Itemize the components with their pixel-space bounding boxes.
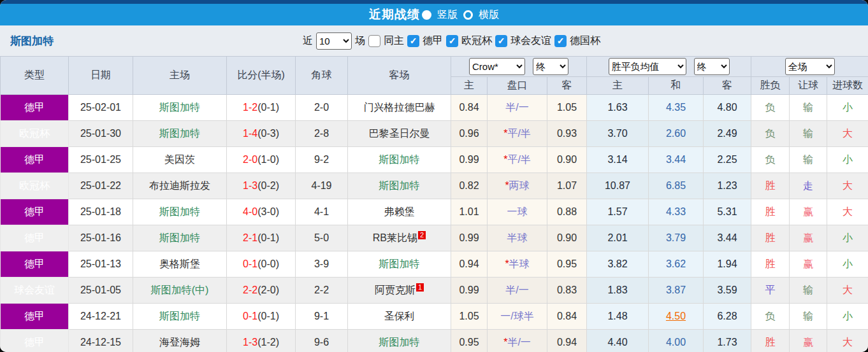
cell-result: 胜 bbox=[751, 199, 790, 225]
cell-odds-home: 0.96 bbox=[451, 121, 488, 147]
cell-home-team: 海登海姆 bbox=[133, 330, 227, 352]
cell-away-team: 弗赖堡 bbox=[348, 199, 451, 225]
scope-select[interactable]: 全场 bbox=[785, 58, 835, 75]
cell-handicap-result: 走 bbox=[790, 173, 827, 199]
col-result: 胜负 bbox=[751, 77, 790, 95]
odds-time-select-2[interactable]: 终 bbox=[694, 58, 730, 75]
cell-handicap: 一/球半 bbox=[488, 304, 547, 330]
recent-results-widget: 近期战绩 竖版 横版 斯图加特 近 10 场 同主 ✓ 德甲 ✓ 欧冠杯 ✓ 球… bbox=[0, 0, 868, 352]
league-youyi-label: 球会友谊 bbox=[510, 34, 551, 48]
league-badge: 德甲 bbox=[1, 251, 69, 278]
cell-avg-draw: 3.62 bbox=[649, 251, 704, 278]
cell-corner: 2-8 bbox=[296, 121, 348, 147]
matches-label: 场 bbox=[355, 34, 365, 48]
radio-vertical-label[interactable]: 竖版 bbox=[437, 8, 458, 22]
radio-vertical-layout[interactable] bbox=[422, 10, 431, 20]
cell-goals: 小 bbox=[827, 225, 868, 251]
filters: 近 10 场 同主 ✓ 德甲 ✓ 欧冠杯 ✓ 球会友谊 ✓ 德国杯 bbox=[303, 32, 600, 50]
results-table: 类型 日期 主场 比分(半场) 角球 客场 Crow* 终 胜平负均值 终 全场 bbox=[0, 56, 868, 352]
league-dejia-label: 德甲 bbox=[423, 34, 443, 48]
cell-score: 1-3(0-2) bbox=[227, 173, 296, 199]
cell-date: 25-01-16 bbox=[69, 225, 133, 251]
league-youyi-checkbox[interactable]: ✓ bbox=[495, 35, 507, 47]
cell-result: 胜 bbox=[751, 173, 790, 199]
league-badge: 德甲 bbox=[1, 330, 69, 352]
col-avg-away: 客 bbox=[704, 77, 751, 95]
cell-corner: 2-0 bbox=[296, 95, 348, 121]
table-row: 球会友谊 25-01-05 斯图加特(中) 2-2(2-0) 2-2 阿贾克斯1… bbox=[1, 278, 868, 304]
cell-handicap: *平/半 bbox=[488, 147, 547, 173]
cell-home-team: 布拉迪斯拉发 bbox=[133, 173, 227, 199]
top-bar: 近期战绩 竖版 横版 bbox=[0, 4, 868, 25]
cell-handicap-result: 输 bbox=[790, 121, 827, 147]
cell-goals: 小 bbox=[827, 251, 868, 278]
same-home-checkbox[interactable] bbox=[368, 35, 380, 47]
odds-source-select[interactable]: Crow* bbox=[469, 58, 525, 75]
league-badge: 德甲 bbox=[1, 304, 69, 330]
radio-horizontal-layout[interactable] bbox=[463, 10, 473, 20]
league-dejia-checkbox[interactable]: ✓ bbox=[407, 35, 419, 47]
cell-avg-away: 3.44 bbox=[704, 225, 751, 251]
cell-avg-away: 2.49 bbox=[704, 121, 751, 147]
rank-badge: 1 bbox=[416, 283, 424, 292]
avg-select-group: 胜平负均值 终 bbox=[587, 57, 751, 77]
cell-away-team: 圣保利 bbox=[348, 304, 451, 330]
col-handicap-result: 让球 bbox=[790, 77, 827, 95]
cell-result: 胜 bbox=[751, 251, 790, 278]
cell-odds-home: 0.99 bbox=[451, 225, 488, 251]
cell-avg-draw: 4.00 bbox=[649, 330, 704, 352]
cell-goals: 大 bbox=[827, 173, 868, 199]
match-count-select[interactable]: 10 bbox=[316, 32, 352, 50]
near-label: 近 bbox=[303, 34, 313, 48]
league-badge: 德甲 bbox=[1, 199, 69, 225]
col-corner: 角球 bbox=[296, 57, 348, 95]
cell-goals: 大 bbox=[827, 121, 868, 147]
league-deguobei-checkbox[interactable]: ✓ bbox=[554, 35, 567, 47]
cell-away-team: RB莱比锡2 bbox=[348, 225, 451, 251]
col-score: 比分(半场) bbox=[227, 57, 296, 95]
cell-away-team: 阿贾克斯1 bbox=[348, 278, 451, 304]
cell-odds-away: 0.93 bbox=[547, 121, 587, 147]
col-away: 客场 bbox=[348, 57, 451, 95]
cell-odds-away: 0.90 bbox=[547, 225, 587, 251]
cell-corner: 5-0 bbox=[296, 225, 348, 251]
same-home-label: 同主 bbox=[384, 34, 404, 48]
cell-date: 24-12-21 bbox=[69, 304, 133, 330]
cell-home-team: 斯图加特 bbox=[133, 95, 227, 121]
league-badge: 德甲 bbox=[1, 225, 69, 251]
cell-handicap: *半/一 bbox=[488, 330, 547, 352]
odds-time-select-1[interactable]: 终 bbox=[533, 58, 568, 75]
cell-result: 胜 bbox=[751, 225, 790, 251]
col-goals: 进球数 bbox=[827, 77, 868, 95]
league-ouguan-checkbox[interactable]: ✓ bbox=[446, 35, 458, 47]
cell-away-team: 斯图加特 bbox=[348, 330, 451, 352]
table-row: 德甲 25-01-16 斯图加特 2-1(0-1) 5-0 RB莱比锡2 0.9… bbox=[1, 225, 868, 251]
cell-avg-draw: 2.60 bbox=[649, 121, 704, 147]
cell-avg-away: 1.73 bbox=[704, 330, 751, 352]
cell-avg-home: 1.83 bbox=[587, 278, 649, 304]
cell-goals: 小 bbox=[827, 147, 868, 173]
team-name: 斯图加特 bbox=[10, 34, 54, 48]
cell-away-team: 斯图加特 bbox=[348, 147, 451, 173]
cell-date: 24-12-15 bbox=[69, 330, 133, 352]
cell-home-team: 斯图加特 bbox=[133, 199, 227, 225]
cell-handicap-result: 赢 bbox=[790, 199, 827, 225]
cell-avg-home: 3.14 bbox=[587, 147, 649, 173]
avg-type-select[interactable]: 胜平负均值 bbox=[609, 58, 686, 75]
cell-odds-home: 0.94 bbox=[451, 251, 488, 278]
cell-handicap: *两球 bbox=[488, 173, 547, 199]
radio-horizontal-label[interactable]: 横版 bbox=[479, 8, 499, 22]
cell-corner: 9-2 bbox=[296, 147, 348, 173]
odds-select-group: Crow* 终 bbox=[451, 57, 587, 77]
cell-odds-away: 0.84 bbox=[547, 304, 587, 330]
cell-result: 负 bbox=[751, 147, 790, 173]
cell-avg-home: 10.87 bbox=[587, 173, 649, 199]
cell-away-team: 斯图加特 bbox=[348, 251, 451, 278]
league-badge: 德甲 bbox=[1, 95, 69, 121]
cell-goals: 小 bbox=[827, 304, 868, 330]
cell-avg-home: 4.40 bbox=[587, 330, 649, 352]
cell-score: 4-0(3-0) bbox=[227, 199, 296, 225]
cell-avg-draw: 3.87 bbox=[649, 278, 704, 304]
cell-away-team: 巴黎圣日尔曼 bbox=[348, 121, 451, 147]
league-badge: 德甲 bbox=[1, 147, 69, 173]
